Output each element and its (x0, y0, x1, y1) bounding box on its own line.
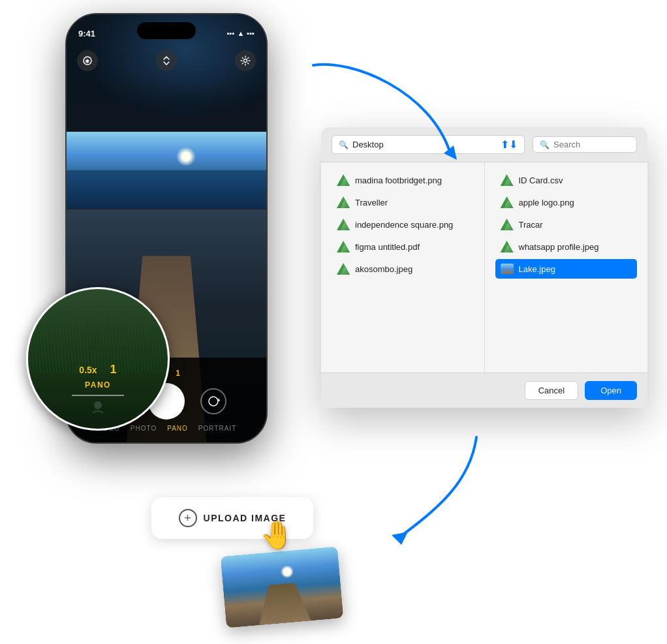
svg-text:✱: ✱ (85, 58, 90, 65)
hand-cursor-icon: 🤚 (260, 519, 294, 551)
search-input[interactable] (553, 140, 630, 149)
svg-marker-1 (392, 532, 408, 545)
file-icon (501, 240, 514, 253)
file-list-left: madina footbridget.png Traveller indepen… (321, 162, 485, 373)
file-icon (337, 196, 350, 209)
location-arrows-icon[interactable]: ⬆⬇ (501, 138, 518, 151)
human-silhouette (85, 400, 111, 416)
lake-thumbnail (221, 546, 344, 628)
list-item[interactable]: independence square.png (332, 215, 474, 234)
pano-label: PANO (85, 380, 111, 390)
dialog-file-list: madina footbridget.png Traveller indepen… (321, 162, 647, 373)
file-name: madina footbridget.png (355, 176, 442, 185)
file-icon (337, 262, 350, 275)
list-item-selected[interactable]: Lake.jpeg (495, 259, 638, 279)
list-item[interactable]: figma untitled.pdf (332, 237, 474, 256)
list-item[interactable]: apple logo.png (495, 192, 638, 212)
file-name: ID Card.csv (519, 176, 563, 185)
dialog-footer: Cancel Open (321, 373, 647, 408)
svg-point-4 (244, 59, 247, 63)
file-icon (337, 174, 350, 187)
mode-pano[interactable]: PANO (167, 425, 188, 432)
search-magnifier-icon: 🔍 (540, 140, 550, 149)
file-icon (501, 196, 514, 209)
camera-settings-icon[interactable] (235, 50, 256, 71)
file-icon (337, 218, 350, 231)
mode-portrait[interactable]: PORTRAIT (198, 425, 236, 432)
svg-point-5 (94, 401, 102, 409)
camera-toggle-icon[interactable]: ✱ (77, 50, 98, 71)
list-item[interactable]: Tracar (495, 215, 638, 234)
list-item[interactable]: madina footbridget.png (332, 170, 474, 190)
camera-chevron-icon[interactable] (156, 50, 177, 71)
file-name: figma untitled.pdf (355, 242, 420, 252)
zoom-indicator-line (72, 395, 124, 396)
file-name: Traveller (355, 198, 388, 207)
file-name: independence square.png (355, 220, 453, 230)
flip-camera-icon[interactable] (200, 388, 226, 414)
file-name: whatsapp profile.jpeg (519, 242, 599, 252)
file-icon (337, 240, 350, 253)
file-name: apple logo.png (519, 198, 574, 207)
zoom-value-05: 0.5x (79, 365, 97, 375)
list-item[interactable]: whatsapp profile.jpeg (495, 237, 638, 256)
status-icons: ▪▪▪ ▲ ▪▪▪ (227, 29, 255, 37)
list-item[interactable]: akosombo.jpeg (332, 259, 474, 279)
lake-image (221, 546, 344, 628)
selected-file-name: Lake.jpeg (519, 264, 555, 274)
file-icon (501, 174, 514, 187)
zoom-value-1: 1 (110, 363, 117, 376)
zoom-numbers: 0.5x 1 (79, 363, 116, 376)
list-item[interactable]: Traveller (332, 192, 474, 212)
svg-marker-0 (444, 146, 457, 160)
phone-top-controls: ✱ (67, 50, 266, 71)
file-name: akosombo.jpeg (355, 264, 412, 274)
upload-plus-icon: + (179, 509, 197, 527)
file-icon-selected (501, 262, 514, 275)
dynamic-island (137, 22, 196, 39)
file-icon (501, 218, 514, 231)
file-name: Tracar (519, 220, 543, 230)
camera-middle-view (67, 131, 266, 209)
file-list-right: ID Card.csv apple logo.png Tracar whatsa… (485, 162, 648, 373)
zoom-circle: 0.5x 1 PANO (26, 287, 170, 431)
cancel-button[interactable]: Cancel (525, 381, 578, 400)
list-item[interactable]: ID Card.csv (495, 170, 638, 190)
zoom-1x-label[interactable]: 1 (176, 369, 180, 378)
open-button[interactable]: Open (585, 381, 637, 400)
dialog-search-bar[interactable]: 🔍 (533, 136, 637, 153)
status-time: 9:41 (78, 29, 95, 38)
zoom-circle-inner: 0.5x 1 PANO (28, 289, 168, 429)
